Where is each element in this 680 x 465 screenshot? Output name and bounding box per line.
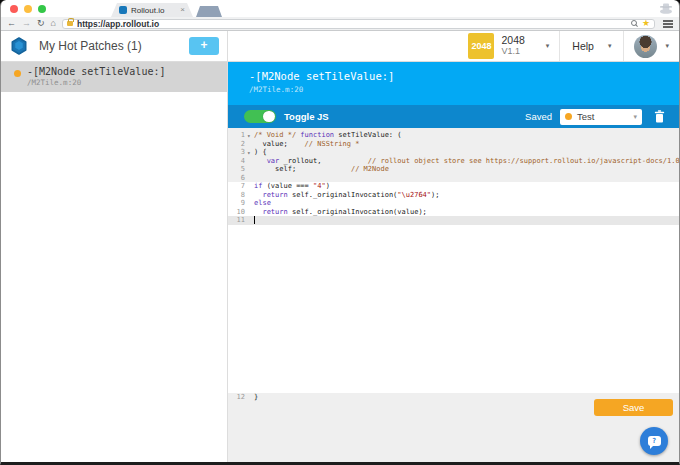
fold-marker-icon[interactable]: ▾ xyxy=(247,149,254,156)
toggle-js-label: Toggle JS xyxy=(284,111,329,122)
patch-path: /M2Tile.m:20 xyxy=(27,78,221,87)
code-line[interactable]: 4 var _rollout, // rollout object store … xyxy=(228,157,679,166)
forward-icon[interactable]: → xyxy=(22,19,31,28)
line-number: 2 xyxy=(228,140,247,148)
app-header: My Hot Patches (1) + 2048 2048 V1.1 ▾ He… xyxy=(1,31,679,62)
app-version: V1.1 xyxy=(501,46,524,57)
chevron-down-icon: ▾ xyxy=(665,42,669,50)
line-number: 10 xyxy=(228,208,247,216)
code-text[interactable]: ) { xyxy=(254,148,679,157)
code-line[interactable]: 7if (value === "4") xyxy=(228,182,679,191)
code-line[interactable]: 10 return self._originalInvocation(value… xyxy=(228,208,679,217)
line-number: 3 xyxy=(228,148,247,156)
editor-toolbar: Toggle JS Saved Test ▾ xyxy=(228,105,679,128)
user-avatar xyxy=(634,35,657,58)
patch-header-path: /M2Tile.m:20 xyxy=(249,85,679,94)
line-number: 12 xyxy=(228,393,247,401)
zoom-page-icon[interactable] xyxy=(631,20,638,27)
patch-header: -[M2Node setTileValue:] /M2Tile.m:20 xyxy=(228,62,679,105)
status-dot-icon xyxy=(14,70,21,77)
home-icon[interactable]: ⌂ xyxy=(51,19,56,28)
ssl-lock-icon xyxy=(67,21,73,26)
support-chat-button[interactable]: ? xyxy=(640,427,668,455)
code-text[interactable]: self; // M2Node xyxy=(254,165,679,174)
toggle-js-switch[interactable] xyxy=(244,110,276,123)
code-text[interactable]: if (value === "4") xyxy=(254,182,679,191)
sidebar-item-patch[interactable]: -[M2Node setTileValue:] /M2Tile.m:20 xyxy=(1,62,227,92)
zoom-window-button[interactable] xyxy=(38,5,46,13)
window-controls xyxy=(10,5,46,13)
code-text[interactable]: return self._originalInvocation(value); xyxy=(254,208,679,217)
code-line[interactable]: 1▾/* Void */ function setTileValue: ( xyxy=(228,131,679,140)
tab-title: Rollout.io xyxy=(131,6,176,15)
code-editor[interactable]: 1▾/* Void */ function setTileValue: (2 v… xyxy=(228,128,679,462)
browser-url-bar: ← → ↻ ⌂ https://app.rollout.io ★ xyxy=(1,17,679,31)
browser-menu-icon[interactable] xyxy=(663,20,673,28)
patch-title: -[M2Node setTileValue:] xyxy=(27,66,221,77)
code-readonly-header: 1▾/* Void */ function setTileValue: (2 v… xyxy=(228,128,679,182)
code-line[interactable]: 2 value; // NSString * xyxy=(228,140,679,149)
code-editor-body[interactable]: 7if (value === "4")8 return self._origin… xyxy=(228,182,679,393)
help-menu[interactable]: Help ▾ xyxy=(560,31,623,61)
browser-tab-strip: Rollout.io × xyxy=(1,0,679,17)
text-cursor xyxy=(254,216,255,224)
chevron-down-icon: ▾ xyxy=(608,42,612,50)
code-line[interactable]: 8 return self._originalInvocation("\u276… xyxy=(228,191,679,200)
url-input[interactable]: https://app.rollout.io ★ xyxy=(62,19,655,29)
line-number: 8 xyxy=(228,191,247,199)
line-number: 7 xyxy=(228,182,247,190)
chevron-down-icon: ▾ xyxy=(633,113,637,121)
code-text[interactable]: value; // NSString * xyxy=(254,140,679,149)
tab-close-icon[interactable]: × xyxy=(180,6,185,14)
patch-header-title: -[M2Node setTileValue:] xyxy=(249,70,679,82)
rollout-logo-icon xyxy=(9,36,29,56)
line-number: 4 xyxy=(228,157,247,165)
user-menu[interactable]: ▾ xyxy=(624,31,679,61)
code-line[interactable]: 5 self; // M2Node xyxy=(228,165,679,174)
line-number: 1 xyxy=(228,131,247,139)
code-line[interactable]: 11 xyxy=(228,216,679,225)
speech-bubble-icon: ? xyxy=(648,436,661,446)
browser-tab[interactable]: Rollout.io × xyxy=(111,3,193,17)
save-button[interactable]: Save xyxy=(594,399,673,416)
code-text[interactable]: /* Void */ function setTileValue: ( xyxy=(254,131,679,140)
code-text[interactable] xyxy=(254,216,679,225)
fold-marker-icon[interactable]: ▾ xyxy=(247,132,254,139)
app-2048-logo: 2048 xyxy=(468,33,494,59)
app-header-right: 2048 2048 V1.1 ▾ Help ▾ ▾ xyxy=(228,31,679,61)
add-patch-button[interactable]: + xyxy=(189,37,219,55)
code-line[interactable]: 6 xyxy=(228,174,679,183)
url-text: https://app.rollout.io xyxy=(77,19,627,29)
incognito-icon xyxy=(659,3,673,14)
code-text[interactable]: var _rollout, // rollout object store se… xyxy=(254,157,679,166)
bookmark-star-icon[interactable]: ★ xyxy=(642,19,650,28)
saved-status: Saved xyxy=(525,111,552,122)
code-text[interactable]: return self._originalInvocation("\u2764"… xyxy=(254,191,679,200)
help-label: Help xyxy=(572,40,594,52)
code-line[interactable]: 3▾) { xyxy=(228,148,679,157)
code-line[interactable]: 9else xyxy=(228,199,679,208)
line-number: 11 xyxy=(228,216,247,224)
close-window-button[interactable] xyxy=(10,5,18,13)
line-number: 6 xyxy=(228,174,247,182)
rollout-favicon-icon xyxy=(119,6,127,14)
chevron-down-icon: ▾ xyxy=(546,42,550,50)
environment-value: Test xyxy=(577,111,628,122)
minimize-window-button[interactable] xyxy=(24,5,32,13)
environment-select[interactable]: Test ▾ xyxy=(560,109,642,125)
line-number: 9 xyxy=(228,199,247,207)
app-selector[interactable]: 2048 2048 V1.1 ▾ xyxy=(458,31,559,61)
sidebar-header: My Hot Patches (1) + xyxy=(1,31,228,61)
back-icon[interactable]: ← xyxy=(7,19,16,28)
page-title: My Hot Patches (1) xyxy=(39,39,189,53)
patch-sidebar: -[M2Node setTileValue:] /M2Tile.m:20 xyxy=(1,62,228,462)
env-status-dot-icon xyxy=(565,113,572,120)
refresh-icon[interactable]: ↻ xyxy=(37,19,45,28)
browser-window: Rollout.io × ← → ↻ ⌂ https://app.rollout… xyxy=(0,0,680,465)
delete-patch-icon[interactable] xyxy=(654,110,665,123)
new-tab-button[interactable] xyxy=(196,6,222,17)
app-name: 2048 xyxy=(501,35,524,46)
code-text[interactable]: else xyxy=(254,199,679,208)
line-number: 5 xyxy=(228,165,247,173)
